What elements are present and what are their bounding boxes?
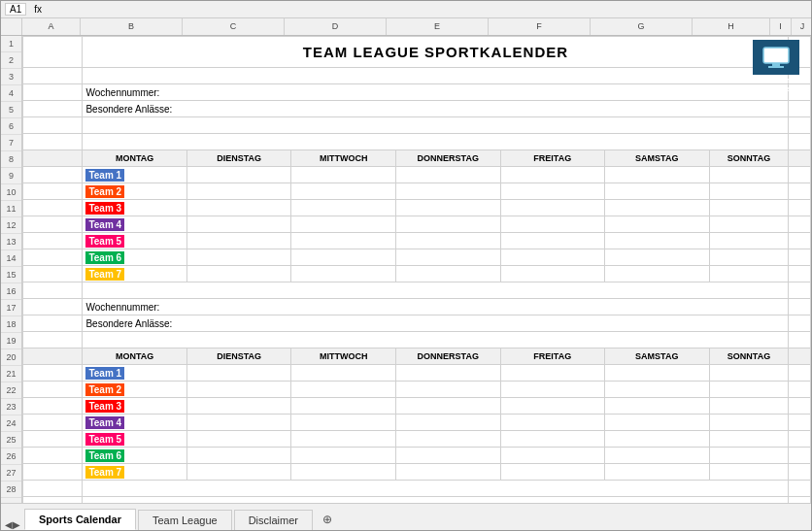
col-i: I [770,18,792,35]
grid-area: TEAM LEAGUE SPORTKALENDER Wochennummer: [22,36,811,503]
day-header-row-1: MONTAG DIENSTAG MITTWOCH DONNERSTAG FREI… [23,150,811,167]
row5-empty [23,117,811,134]
team4-label-1: Team 4 [85,218,124,231]
sun-header-2: SONNTAG [709,348,789,365]
team7-row-1: Team 7 [23,266,811,282]
logo-area: AllBusinessTemplates [747,40,805,93]
team3-label-1: Team 3 [85,202,124,215]
row-11: 11 [1,201,21,217]
wochennummer-2: Wochennummer: [83,299,789,315]
team4-label-2: Team 4 [85,416,124,429]
col-c: C [183,18,285,35]
team4-row-2: Team 4 [23,415,811,431]
team2-label-1: Team 2 [85,185,124,198]
row6-empty [23,134,811,150]
nav-left-icon[interactable]: ◀ [5,519,13,530]
row-8: 8 [1,151,21,168]
week-row-1: Wochennummer: [23,84,811,101]
row-10: 10 [1,184,21,201]
logo-box [753,40,799,75]
team6-row-1: Team 6 [23,249,811,266]
fri-header-1: FREITAG [500,150,605,167]
svg-rect-1 [772,63,780,66]
row-5: 5 [1,102,21,118]
team5-row-2: Team 5 [23,431,811,448]
team7-label-1: Team 7 [85,268,124,281]
col-f: F [489,18,591,35]
col-b: B [81,18,183,35]
row-12: 12 [1,217,21,234]
monitor-icon [761,46,791,69]
spreadsheet-grid: TEAM LEAGUE SPORTKALENDER Wochennummer: [22,36,811,503]
row18-empty [23,332,811,348]
mon-header-2: MONTAG [83,348,187,365]
wed-header-1: MITTWOCH [291,150,396,167]
team2-label-2: Team 2 [85,383,124,396]
row-19: 19 [1,333,21,349]
team6-label-1: Team 6 [85,251,124,264]
nav-arrows: ◀ ▶ [5,519,20,530]
formula-icon: fx [34,4,42,15]
events-row-1: Besondere Anlässe: [23,101,811,117]
logo-brand: AllBusinessTemplates [747,76,805,93]
row28-empty [23,497,811,504]
sat-header-1: SAMSTAG [605,150,710,167]
team7-row-2: Team 7 [23,464,811,481]
row-16: 16 [1,283,21,300]
row-15: 15 [1,267,21,283]
row-26: 26 [1,448,21,465]
day-header-row-2: MONTAG DIENSTAG MITTWOCH DONNERSTAG FREI… [23,348,811,365]
tab-add-button[interactable]: ⊕ [315,509,340,530]
row-6: 6 [1,118,21,135]
col-h: H [693,18,770,35]
besondere-2: Besondere Anlässe: [83,315,789,332]
row-23: 23 [1,399,21,415]
besondere-1: Besondere Anlässe: [83,101,789,117]
tab-disclaimer[interactable]: Disclaimer [234,510,313,530]
row-numbers: 1 2 3 4 5 6 7 8 9 10 11 12 13 14 15 16 1… [1,36,22,503]
row15-empty [23,282,811,299]
row-28: 28 [1,481,21,498]
tue-header-2: DIENSTAG [186,348,291,365]
row-17: 17 [1,300,21,316]
fri-header-2: FREITAG [500,348,605,365]
col-d: D [285,18,387,35]
svg-rect-0 [763,48,789,63]
row-4: 4 [1,85,21,102]
thu-header-2: DONNERSTAG [395,348,500,365]
col-a: A [22,18,81,35]
row-29: 29 [1,498,21,503]
row2-empty [23,68,811,84]
sat-header-2: SAMSTAG [605,348,710,365]
col-e: E [387,18,489,35]
team4-row-1: Team 4 [23,216,811,233]
week-row-2: Wochennummer: [23,299,811,315]
team7-label-2: Team 7 [85,466,124,479]
tab-bar: ◀ ▶ Sports Calendar Team League Disclaim… [1,503,811,530]
tab-team-league[interactable]: Team League [138,510,232,530]
row-7: 7 [1,135,21,151]
team1-label-2: Team 1 [85,367,124,380]
team2-row-1: Team 2 [23,183,811,200]
team1-row-2: Team 1 [23,365,811,382]
team1-label-1: Team 1 [85,169,124,182]
events-row-2: Besondere Anlässe: [23,315,811,332]
nav-right-icon[interactable]: ▶ [13,519,20,530]
sun-header-1: SONNTAG [709,150,789,167]
row27-empty [23,481,811,497]
row-1: 1 [1,36,21,52]
row-13: 13 [1,234,21,250]
tab-sports-calendar[interactable]: Sports Calendar [24,509,136,530]
col-j: J [792,18,812,35]
row-22: 22 [1,382,21,399]
team5-row-1: Team 5 [23,233,811,249]
tue-header-1: DIENSTAG [186,150,291,167]
row-14: 14 [1,250,21,267]
team3-label-2: Team 3 [85,400,124,413]
svg-rect-2 [768,66,784,68]
row-20: 20 [1,349,21,366]
row-27: 27 [1,465,21,481]
row-2: 2 [1,52,21,69]
team6-label-2: Team 6 [85,449,124,462]
team3-row-1: Team 3 [23,200,811,216]
